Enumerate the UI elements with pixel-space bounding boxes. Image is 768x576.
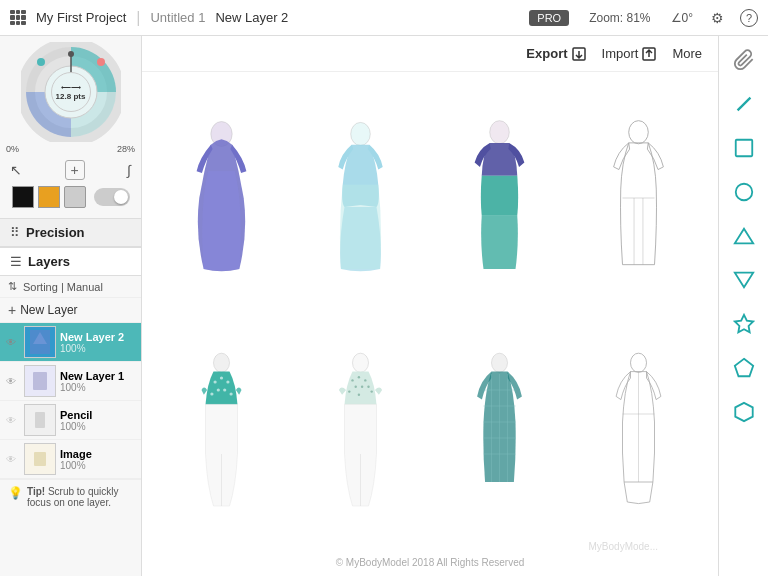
- pentagon-icon[interactable]: [728, 352, 760, 384]
- layer-info-2: New Layer 2 100%: [60, 331, 135, 354]
- svg-point-12: [214, 353, 230, 372]
- layer-item-pencil[interactable]: 👁 Pencil 100%: [0, 401, 141, 440]
- svg-point-27: [348, 390, 350, 392]
- layer-name-image: Image: [60, 448, 135, 460]
- eye-icon-layer1[interactable]: 👁: [6, 376, 20, 387]
- svg-point-5: [97, 58, 105, 66]
- swatch-orange[interactable]: [38, 186, 60, 208]
- add-btn[interactable]: +: [65, 160, 85, 180]
- line-icon[interactable]: [728, 88, 760, 120]
- curve-tool-icon[interactable]: ∫: [127, 162, 131, 178]
- rectangle-icon[interactable]: [728, 132, 760, 164]
- svg-point-14: [220, 376, 223, 379]
- swatch-gray[interactable]: [64, 186, 86, 208]
- svg-point-10: [490, 121, 510, 144]
- svg-point-21: [351, 379, 353, 381]
- import-button[interactable]: Import: [602, 46, 657, 61]
- sorting-label: Sorting | Manual: [23, 281, 103, 293]
- pro-badge: PRO: [529, 10, 569, 26]
- svg-point-23: [364, 379, 366, 381]
- figure-3: [430, 82, 569, 314]
- layer-pct-2: 100%: [60, 343, 135, 354]
- circle-icon[interactable]: [728, 176, 760, 208]
- copyright: © MyBodyModel 2018 All Rights Reserved: [336, 557, 525, 568]
- color-wheel[interactable]: ⟵⟶ 12.8 pts: [21, 42, 121, 142]
- layers-menu-icon: ☰: [10, 254, 22, 269]
- layer-name-1: New Layer 1: [60, 370, 135, 382]
- layer-item-new-layer-1[interactable]: 👁 New Layer 1 100%: [0, 362, 141, 401]
- main-layout: ⟵⟶ 12.8 pts 0% 28% ↖ + ∫: [0, 36, 768, 576]
- svg-point-39: [631, 353, 647, 372]
- svg-point-16: [217, 388, 220, 391]
- svg-point-15: [226, 380, 229, 383]
- svg-marker-46: [734, 359, 752, 376]
- figure-1: [152, 82, 291, 314]
- grid-icon: ⠿: [10, 225, 20, 240]
- figure-6: [291, 314, 430, 546]
- svg-point-20: [353, 353, 369, 372]
- color-wheel-area: ⟵⟶ 12.8 pts 0% 28% ↖ + ∫: [0, 36, 141, 218]
- svg-point-25: [361, 386, 363, 388]
- more-button[interactable]: More: [672, 46, 702, 61]
- triangle-up-icon[interactable]: [728, 220, 760, 252]
- layer-thumb-pencil: [24, 404, 56, 436]
- svg-point-3: [68, 51, 74, 57]
- sidebar: ⟵⟶ 12.8 pts 0% 28% ↖ + ∫: [0, 36, 142, 576]
- svg-point-17: [223, 388, 226, 391]
- tab-untitled[interactable]: Untitled 1: [150, 10, 205, 25]
- layer-name-2: New Layer 2: [60, 331, 135, 343]
- tip-icon: 💡: [8, 486, 23, 508]
- new-layer-label: New Layer: [20, 303, 77, 317]
- svg-point-26: [367, 386, 369, 388]
- layer-thumb-2: [24, 326, 56, 358]
- layer-name-pencil: Pencil: [60, 409, 135, 421]
- export-button[interactable]: Export: [526, 46, 585, 61]
- help-icon[interactable]: ?: [740, 9, 758, 27]
- layer-info-pencil: Pencil 100%: [60, 409, 135, 432]
- swatch-black[interactable]: [12, 186, 34, 208]
- gear-icon[interactable]: ⚙: [711, 10, 724, 26]
- canvas-area: Export Import More: [142, 36, 718, 576]
- svg-point-30: [492, 353, 508, 372]
- svg-point-29: [358, 394, 360, 396]
- figure-2: [291, 82, 430, 314]
- fashion-grid: [142, 72, 718, 556]
- layer-pct-pencil: 100%: [60, 421, 135, 432]
- layer-item-new-layer-2[interactable]: 👁 New Layer 2 100%: [0, 323, 141, 362]
- svg-point-24: [355, 386, 357, 388]
- clip-icon[interactable]: [728, 44, 760, 76]
- svg-point-28: [371, 390, 373, 392]
- sorting-bar[interactable]: ⇅ Sorting | Manual: [0, 276, 141, 298]
- layer-info-1: New Layer 1 100%: [60, 370, 135, 393]
- svg-point-4: [37, 58, 45, 66]
- wheel-pct-left: 0%: [6, 144, 19, 156]
- star-icon[interactable]: [728, 308, 760, 340]
- select-tool-icon[interactable]: ↖: [10, 162, 22, 178]
- color-swatches: [4, 182, 138, 212]
- new-layer-button[interactable]: + New Layer: [0, 298, 141, 323]
- svg-marker-45: [734, 315, 752, 332]
- swatch-toggle[interactable]: [94, 188, 130, 206]
- layers-label: Layers: [28, 254, 70, 269]
- tab-new-layer[interactable]: New Layer 2: [215, 10, 288, 25]
- project-title[interactable]: My First Project: [36, 10, 126, 25]
- eye-icon-layer2[interactable]: 👁: [6, 337, 20, 348]
- layer-pct-1: 100%: [60, 382, 135, 393]
- import-icon: [642, 47, 656, 61]
- canvas-header: Export Import More: [142, 36, 718, 72]
- hexagon-icon[interactable]: [728, 396, 760, 428]
- eye-icon-image[interactable]: 👁: [6, 454, 20, 465]
- eye-icon-pencil[interactable]: 👁: [6, 415, 20, 426]
- watermark: MyBodyMode...: [589, 541, 658, 552]
- layer-thumb-1: [24, 365, 56, 397]
- layer-thumb-image: [24, 443, 56, 475]
- layers-section-header[interactable]: ☰ Layers: [0, 247, 141, 276]
- layer-item-image[interactable]: 👁 Image 100%: [0, 440, 141, 479]
- svg-point-19: [230, 392, 233, 395]
- layers-section: ⇅ Sorting | Manual + New Layer 👁 New Lay…: [0, 276, 141, 576]
- svg-rect-43: [735, 140, 752, 157]
- precision-section-header[interactable]: ⠿ Precision: [0, 218, 141, 247]
- apps-icon[interactable]: [10, 10, 26, 26]
- triangle-down-icon[interactable]: [728, 264, 760, 296]
- figure-8: [569, 314, 708, 546]
